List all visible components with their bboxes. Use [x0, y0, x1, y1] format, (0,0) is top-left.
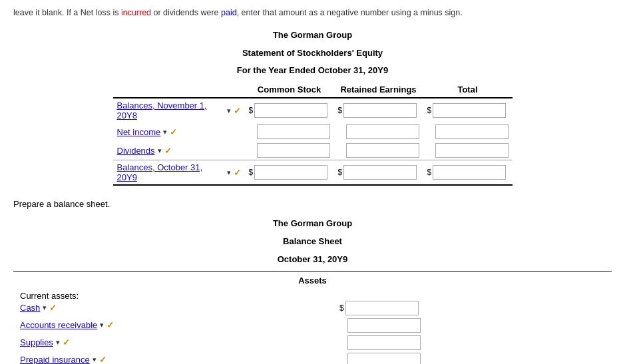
prepaid-insurance-dropdown[interactable]: ▾ — [93, 355, 97, 364]
equity-period: For the Year Ended October 31, 20Y9 — [13, 64, 612, 78]
accounts-receivable-dropdown[interactable]: ▾ — [100, 321, 104, 329]
supplies-input[interactable] — [347, 335, 421, 350]
equity-row-0-col0-input[interactable] — [254, 103, 327, 118]
equity-col-common-stock: Common Stock — [245, 82, 334, 98]
equity-row-2-col2-input[interactable] — [435, 143, 509, 158]
cash-dollar: $ — [339, 303, 344, 313]
equity-statement-title: Statement of Stockholders' Equity — [13, 47, 612, 61]
equity-table: Common Stock Retained Earnings Total Bal… — [113, 82, 513, 186]
equity-row-1-col0-input[interactable] — [257, 124, 330, 139]
prepaid-insurance-check: ✓ — [99, 355, 106, 364]
equity-row-0-col1-dollar: $ — [338, 106, 343, 115]
equity-row-3-col2-input[interactable] — [433, 165, 506, 180]
equity-row-0-check: ✓ — [234, 106, 241, 116]
equity-row-1-dropdown[interactable]: ▾ — [163, 128, 167, 136]
equity-row-3-col1-input[interactable] — [343, 165, 417, 180]
balance-date: October 31, 20Y9 — [13, 253, 612, 267]
equity-row-2-check: ✓ — [164, 146, 172, 156]
equity-row-3-check: ✓ — [234, 168, 241, 178]
equity-row-2-col1-input[interactable] — [346, 143, 419, 158]
balance-title: Balance Sheet — [13, 235, 612, 249]
equity-company-title: The Gorman Group — [13, 29, 612, 43]
equity-row-3-col2-dollar: $ — [427, 168, 432, 177]
supplies-label-link[interactable]: Supplies — [20, 337, 53, 347]
equity-col-label-header — [113, 82, 245, 98]
prepaid-insurance-label-link[interactable]: Prepaid insurance — [20, 355, 90, 364]
equity-row-2: Dividends ▾ ✓ — [113, 141, 513, 160]
asset-row-accounts-receivable: Accounts receivable ▾ ✓ — [13, 318, 612, 333]
equity-row-3: Balances, October 31, 20Y9 ▾ ✓ $ $ — [113, 160, 513, 186]
asset-row-prepaid-insurance: Prepaid insurance ▾ ✓ — [13, 353, 612, 364]
equity-row-0-dropdown[interactable]: ▾ — [227, 106, 231, 115]
accounts-receivable-input[interactable] — [347, 318, 421, 333]
equity-row-1-label-link[interactable]: Net income — [117, 127, 161, 137]
equity-row-3-dropdown[interactable]: ▾ — [227, 168, 231, 177]
equity-row-3-label-link[interactable]: Balances, October 31, 20Y9 — [117, 162, 224, 182]
equity-col-retained-earnings: Retained Earnings — [334, 82, 423, 98]
instruction-text: leave it blank. If a Net loss is incurre… — [13, 7, 612, 19]
accounts-receivable-check: ✓ — [106, 320, 114, 330]
cash-label-link[interactable]: Cash — [20, 303, 40, 313]
cash-input[interactable] — [345, 301, 419, 315]
equity-row-3-col1-dollar: $ — [338, 168, 343, 177]
cash-dropdown[interactable]: ▾ — [43, 303, 47, 312]
equity-row-0-col0-dollar: $ — [249, 106, 254, 115]
balance-divider — [13, 271, 612, 272]
supplies-check: ✓ — [63, 337, 70, 347]
equity-col-total: Total — [423, 82, 513, 98]
equity-row-2-label-link[interactable]: Dividends — [117, 146, 155, 156]
equity-row-2-col0-input[interactable] — [257, 143, 330, 158]
equity-row-3-col0-dollar: $ — [249, 168, 254, 177]
equity-row-0-col2-input[interactable] — [433, 103, 506, 118]
equity-row-1: Net income ▾ ✓ — [113, 122, 513, 141]
equity-row-0-label-link[interactable]: Balances, November 1, 20Y8 — [117, 100, 224, 120]
supplies-dropdown[interactable]: ▾ — [56, 338, 60, 347]
equity-row-0-col1-input[interactable] — [343, 103, 417, 118]
current-assets-label: Current assets: — [20, 291, 612, 301]
equity-row-3-col0-input[interactable] — [254, 165, 327, 180]
equity-row-1-col2-input[interactable] — [435, 124, 509, 139]
balance-sheet-section: The Gorman Group Balance Sheet October 3… — [13, 217, 612, 364]
asset-row-cash: Cash ▾ ✓ $ — [13, 301, 612, 315]
equity-row-0: Balances, November 1, 20Y8 ▾ ✓ $ $ — [113, 98, 513, 122]
cash-check: ✓ — [49, 303, 57, 313]
balance-company-title: The Gorman Group — [13, 217, 612, 231]
accounts-receivable-label-link[interactable]: Accounts receivable — [20, 320, 97, 330]
asset-row-supplies: Supplies ▾ ✓ — [13, 335, 612, 350]
prepare-balance-sheet-label: Prepare a balance sheet. — [13, 199, 612, 209]
equity-row-1-check: ✓ — [170, 127, 177, 137]
equity-row-0-col2-dollar: $ — [427, 106, 432, 115]
equity-row-2-dropdown[interactable]: ▾ — [158, 146, 162, 155]
assets-header: Assets — [13, 275, 612, 285]
prepaid-insurance-input[interactable] — [347, 353, 421, 364]
equity-row-1-col1-input[interactable] — [346, 124, 419, 139]
